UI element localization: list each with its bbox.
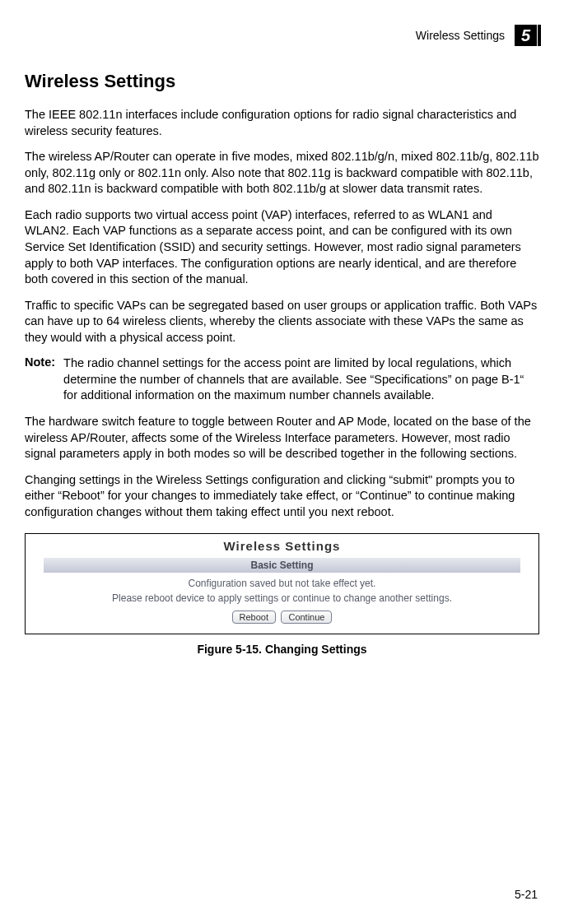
reboot-button[interactable]: Reboot <box>232 611 276 624</box>
figure-panel-title: Wireless Settings <box>34 539 530 553</box>
body-paragraph: Each radio supports two virtual access p… <box>25 207 539 288</box>
note-label: Note: <box>25 355 55 404</box>
chapter-number-badge: 5 <box>515 25 539 46</box>
body-paragraph: The hardware switch feature to toggle be… <box>25 414 539 462</box>
body-paragraph: The wireless AP/Router can operate in fi… <box>25 149 539 197</box>
body-paragraph: Changing settings in the Wireless Settin… <box>25 472 539 521</box>
body-paragraph: The IEEE 802.11n interfaces include conf… <box>25 107 539 139</box>
figure-button-row: Reboot Continue <box>34 609 530 624</box>
figure-status-message: Configuration saved but not take effect … <box>34 578 530 589</box>
page-number: 5-21 <box>515 888 538 901</box>
note-block: Note: The radio channel settings for the… <box>25 355 539 404</box>
page-header: Wireless Settings 5 <box>25 25 539 46</box>
note-body: The radio channel settings for the acces… <box>63 355 539 404</box>
continue-button[interactable]: Continue <box>281 611 332 624</box>
header-section-label: Wireless Settings <box>416 29 505 42</box>
figure-instruction-message: Please reboot device to apply settings o… <box>34 592 530 604</box>
figure-screenshot: Wireless Settings Basic Setting Configur… <box>25 533 539 634</box>
figure-caption: Figure 5-15. Changing Settings <box>25 643 539 656</box>
figure-section-header: Basic Setting <box>44 558 520 573</box>
page-title: Wireless Settings <box>25 71 539 92</box>
body-paragraph: Traffic to specific VAPs can be segregat… <box>25 298 539 346</box>
